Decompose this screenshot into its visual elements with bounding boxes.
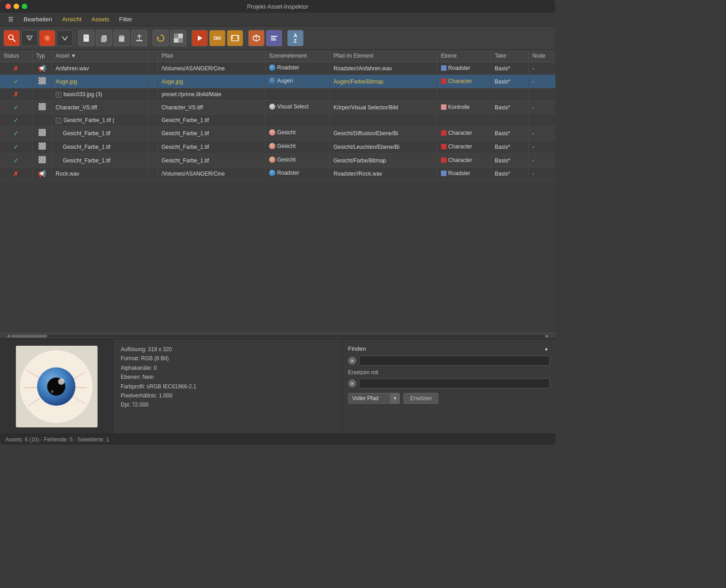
checker-icon xyxy=(39,129,46,136)
ebene-cell: Character xyxy=(437,75,491,88)
ebene-cell: Character xyxy=(437,154,491,167)
link-btn[interactable] xyxy=(209,30,226,46)
table-row[interactable]: ✓ Character_VS.tiff Character_VS.tiff Vi… xyxy=(0,101,555,114)
play-btn[interactable] xyxy=(191,30,208,46)
maximize-button[interactable] xyxy=(22,4,27,9)
search-btn[interactable] xyxy=(4,30,20,46)
horizontal-scrollbar[interactable]: ◀ ▶ xyxy=(0,333,555,338)
menu-filter[interactable]: Filter xyxy=(115,15,137,24)
pfad-el-cell xyxy=(329,88,437,101)
svg-line-1 xyxy=(13,39,15,42)
table-row[interactable]: ✗ 📢 Anfahren.wav /Volumes/ASANGER/Cine R… xyxy=(0,62,555,75)
table-row[interactable]: ✓ Gesicht_Farbe_1.tif Gesicht_Farbe_1.ti… xyxy=(0,140,555,154)
type-cell xyxy=(32,88,52,101)
status-cell: ✓ xyxy=(0,75,32,88)
svg-rect-10 xyxy=(101,36,106,42)
dropdown-arrow[interactable]: ▼ xyxy=(391,393,400,404)
table-container[interactable]: Status Typ Asset ▼ Pfad Szenenelement Pf… xyxy=(0,50,555,333)
pfad-cell: Gesicht_Farbe_1.tif xyxy=(157,127,265,140)
asset-name: Auge.jpg xyxy=(52,75,148,88)
film-btn[interactable] xyxy=(227,30,243,46)
scene-dot-eye xyxy=(269,78,275,84)
clipboard-btn[interactable] xyxy=(113,30,130,46)
status-check-icon: ✓ xyxy=(13,104,19,111)
menu-ansicht[interactable]: Ansicht xyxy=(58,15,86,24)
menu-assets[interactable]: Assets xyxy=(87,15,114,24)
copy-btn[interactable] xyxy=(96,30,112,46)
table-row[interactable]: ✓ Gesicht_Farbe_1.tif Gesicht_Farbe_1.ti… xyxy=(0,154,555,167)
layer-badge: Roadster xyxy=(441,65,471,71)
path-type-select[interactable]: Voller Pfad Relativer Pfad Dateiname xyxy=(348,393,391,404)
collapse-icon[interactable]: − xyxy=(56,118,61,123)
asset-table: Status Typ Asset ▼ Pfad Szenenelement Pf… xyxy=(0,50,555,180)
scroll-left-btn[interactable]: ◀ xyxy=(5,333,11,339)
minimize-button[interactable] xyxy=(14,4,19,9)
pfad-el-cell: Roadster//Anfahren.wav xyxy=(329,62,437,75)
replace-clear-button[interactable]: ✕ xyxy=(348,379,356,387)
table-row[interactable]: ✓ Auge.jpg Auge.jpg Augen Augen/Farb xyxy=(0,75,555,88)
col-spacer xyxy=(148,50,157,62)
col-asset[interactable]: Asset ▼ xyxy=(52,50,148,62)
ersetzen-button[interactable]: Ersetzen xyxy=(403,393,438,404)
asset-name: − Gesicht_Farbe_1.tif ( xyxy=(52,114,148,127)
status-check-icon: ✓ xyxy=(13,117,19,124)
find-input[interactable] xyxy=(359,356,550,366)
scroll-thumb[interactable] xyxy=(11,335,47,338)
scroll-right-btn[interactable]: ▶ xyxy=(544,333,550,339)
info-format: Format: RGB (8 Bit) xyxy=(121,354,335,363)
box-btn[interactable] xyxy=(248,30,265,46)
svg-point-20 xyxy=(214,37,217,39)
scroll-track[interactable] xyxy=(11,335,544,338)
collapse-button[interactable]: ▲ xyxy=(543,345,550,352)
indicator-cell xyxy=(148,167,157,180)
filter-btn[interactable] xyxy=(39,30,55,46)
upload-btn[interactable] xyxy=(131,30,147,46)
svg-point-21 xyxy=(218,37,221,39)
pfad-el-cell: Augen/Farbe/Bitmap xyxy=(329,75,437,88)
arrow-down-btn[interactable] xyxy=(21,30,38,46)
text-btn[interactable] xyxy=(266,30,282,46)
filter2-btn[interactable] xyxy=(57,30,73,46)
node-cell: - xyxy=(529,167,555,180)
new-doc-btn[interactable] xyxy=(78,30,94,46)
indicator-cell xyxy=(148,154,157,167)
svg-rect-15 xyxy=(174,34,178,38)
indicator-cell xyxy=(148,88,157,101)
replace-input[interactable] xyxy=(359,378,550,388)
find-header: Finden ▲ xyxy=(348,345,550,352)
svg-rect-31 xyxy=(271,36,277,37)
scene-icon: Gesicht xyxy=(269,143,296,149)
scene-dot-vs xyxy=(269,103,275,110)
asset-name: Gesicht_Farbe_1.tif xyxy=(52,154,148,167)
find-clear-button[interactable]: ✕ xyxy=(348,357,356,365)
ebene-cell: Roadster xyxy=(437,167,491,180)
asset-name: Character_VS.tiff xyxy=(52,101,148,114)
take-cell: Basis* xyxy=(491,62,529,75)
table-row[interactable]: ✗ + basic033.jpg (3) preset://prime.lib4… xyxy=(0,88,555,101)
scene-icon: Gesicht xyxy=(269,129,296,136)
close-button[interactable] xyxy=(5,4,11,9)
az-sort-btn[interactable]: AZ xyxy=(287,30,304,46)
pfad-el-cell: Gesicht/Diffusion/Ebene/Bi xyxy=(329,127,437,140)
type-cell xyxy=(32,114,52,127)
menu-bearbeiten[interactable]: Bearbeiten xyxy=(19,15,57,24)
take-cell xyxy=(491,114,529,127)
check-btn[interactable] xyxy=(170,30,186,46)
checker-icon xyxy=(39,77,46,84)
asset-name: Gesicht_Farbe_1.tif xyxy=(52,140,148,154)
table-row[interactable]: ✓ − Gesicht_Farbe_1.tif ( Gesicht_Farbe_… xyxy=(0,114,555,127)
take-cell xyxy=(491,88,529,101)
menu-icon[interactable]: ☰ xyxy=(4,15,18,24)
refresh-btn[interactable] xyxy=(152,30,169,46)
sep2 xyxy=(150,31,150,45)
expand-icon[interactable]: + xyxy=(56,92,61,98)
indicator-cell xyxy=(148,127,157,140)
find-input-row: ✕ xyxy=(348,356,550,366)
table-row[interactable]: ✗ 📢 Rock.wav /Volumes/ASANGER/Cine Roads… xyxy=(0,167,555,180)
table-row[interactable]: ✓ Gesicht_Farbe_1.tif Gesicht_Farbe_1.ti… xyxy=(0,127,555,140)
type-cell: 📢 xyxy=(32,62,52,75)
type-cell xyxy=(32,127,52,140)
scene-icon: Augen xyxy=(269,78,293,84)
indicator-cell xyxy=(148,75,157,88)
status-cell: ✓ xyxy=(0,101,32,114)
